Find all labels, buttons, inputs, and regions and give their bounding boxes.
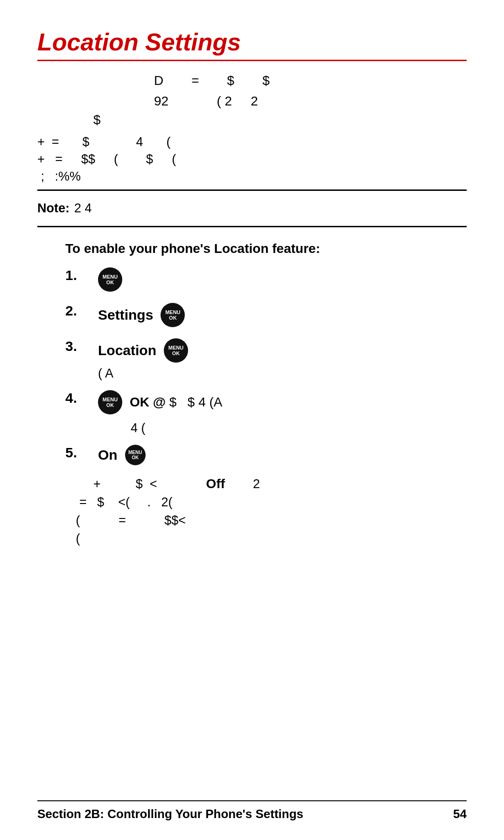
step-3: 3. Location MENUOK — [65, 338, 467, 363]
step-5-note-1: + $ < Off 2 — [65, 476, 467, 491]
step-5-num: 5. — [65, 445, 98, 461]
cell-dollar1: $ — [227, 73, 235, 88]
cr1-dollar: $ — [83, 135, 90, 149]
menu-ok-icon-2: MENUOK — [161, 303, 185, 327]
menu-ok-icon-3: MENUOK — [164, 338, 188, 363]
cr2-paren1: ( — [114, 152, 118, 167]
cr3-semicolon: ; :%% — [37, 169, 81, 184]
cell-paren2: ( 2 — [217, 94, 232, 109]
menu-ok-icon-1: MENUOK — [98, 267, 122, 292]
cell-d: D — [154, 73, 163, 88]
note-label: Note: — [37, 201, 70, 216]
cell-space — [187, 94, 198, 109]
step-4-content: MENUOK OK @ $ $ 4 (A — [98, 390, 223, 414]
step-3-num: 3. — [65, 338, 98, 354]
step-4-ok-text: OK @ $ $ 4 (A — [130, 395, 223, 410]
note-row: Note: 2 4 — [37, 196, 467, 220]
content-row-2: + = $$ ( $ ( — [37, 152, 467, 167]
page-title: Location Settings — [37, 28, 467, 56]
cr2-paren2: ( — [172, 152, 176, 167]
table-row-2: 92 ( 2 2 — [154, 92, 467, 111]
off-label: Off — [206, 476, 225, 491]
table-row-3: $ — [93, 111, 467, 129]
step-1: 1. MENUOK — [65, 267, 467, 292]
table-row-1: D = $ $ — [154, 70, 467, 92]
cell-92: 92 — [154, 94, 168, 109]
menu-ok-icon-4: MENUOK — [98, 390, 122, 414]
note-divider-top — [37, 189, 467, 191]
content-row-3: ; :%% — [37, 169, 467, 184]
note-text: 2 4 — [74, 201, 92, 216]
step-3-sub: ( A — [98, 366, 467, 381]
content-row-1: + = $ 4 ( — [37, 135, 467, 149]
step-2-num: 2. — [65, 303, 98, 319]
step-5-content: On MENUOK — [98, 445, 146, 465]
footer-right: 54 — [453, 807, 467, 821]
table-section: D = $ $ 92 ( 2 2 $ + = $ 4 ( + = $$ ( $ … — [37, 70, 467, 184]
step-2: 2. Settings MENUOK — [65, 303, 467, 327]
step-4: 4. MENUOK OK @ $ $ 4 (A — [65, 390, 467, 414]
note-divider-bottom — [37, 226, 467, 227]
step-5: 5. On MENUOK — [65, 445, 467, 465]
step-3-bold: Location — [98, 343, 156, 358]
step-5-note-4: ( — [65, 532, 467, 546]
cell-dollar2: $ — [262, 73, 270, 88]
step-3-content: Location MENUOK — [98, 338, 188, 363]
cell-dollar3: $ — [93, 112, 101, 127]
cr2-doldol: $$ — [81, 152, 95, 167]
cr2-plus-eq: + = — [37, 152, 63, 167]
intro-text: To enable your phone's Location feature: — [65, 241, 467, 256]
cr1-plus-eq: + = — [37, 135, 59, 149]
cr1-space: 4 — [136, 135, 143, 149]
step-2-bold: Settings — [98, 307, 153, 323]
step-2-content: Settings MENUOK — [98, 303, 185, 327]
cell-eq1: = — [191, 73, 199, 88]
page: Location Settings D = $ $ 92 ( 2 2 $ + =… — [0, 0, 504, 840]
cr2-dollar: $ — [146, 152, 153, 167]
cr1-paren: ( — [167, 135, 171, 149]
step-5-note-2: = $ <( . 2( — [65, 495, 467, 510]
step-5-on: On — [98, 447, 118, 463]
step-1-num: 1. — [65, 267, 98, 283]
steps-section: 1. MENUOK 2. Settings MENUOK 3. Location… — [65, 267, 467, 546]
cell-2: 2 — [251, 94, 258, 109]
step-4-sub: 4 ( — [131, 421, 467, 435]
footer-left: Section 2B: Controlling Your Phone's Set… — [37, 807, 303, 821]
title-divider — [37, 60, 467, 61]
footer: Section 2B: Controlling Your Phone's Set… — [37, 800, 467, 821]
step-4-num: 4. — [65, 390, 98, 406]
menu-ok-icon-5: MENUOK — [125, 445, 146, 465]
step-1-content: MENUOK — [98, 267, 122, 292]
step-5-note-3: ( = $$< — [65, 513, 467, 528]
